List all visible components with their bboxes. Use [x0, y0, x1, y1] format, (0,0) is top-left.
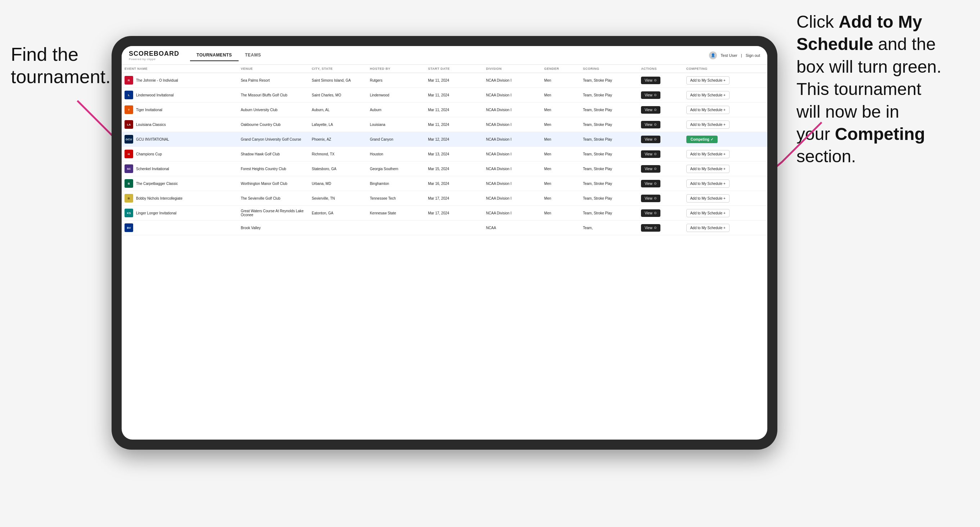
table-row: LA Louisiana Classics Oakbourne Country … — [122, 117, 767, 132]
event-name-text: The Carpetbagger Classic — [136, 182, 178, 186]
city-cell: Eatonton, GA — [309, 206, 367, 221]
scoring-cell: Team, Stroke Play — [580, 117, 638, 132]
add-schedule-button[interactable]: Add to My Schedule + — [686, 76, 730, 84]
gender-cell: Men — [541, 162, 580, 176]
sign-out-link[interactable]: Sign out — [746, 53, 760, 57]
tab-tournaments[interactable]: TOURNAMENTS — [190, 50, 239, 61]
team-logo: KS — [124, 209, 133, 217]
add-schedule-button[interactable]: Add to My Schedule + — [686, 150, 730, 158]
competing-button[interactable]: Competing ✓ — [686, 136, 718, 143]
scoring-cell: Team, Stroke Play — [580, 206, 638, 221]
scoring-cell: Team, Stroke Play — [580, 103, 638, 117]
view-button[interactable]: View ⊙ — [641, 180, 660, 187]
city-cell: Saint Charles, MO — [309, 88, 367, 103]
start-date-cell: Mar 16, 2024 — [425, 176, 483, 191]
view-button[interactable]: View ⊙ — [641, 150, 660, 158]
header-right: 👤 Test User | Sign out — [709, 51, 760, 59]
scoring-cell: Team, Stroke Play — [580, 176, 638, 191]
city-cell: Saint Simons Island, GA — [309, 73, 367, 88]
venue-cell: Forest Heights Country Club — [238, 162, 309, 176]
app-logo-sub: Powered by clippd — [129, 57, 179, 61]
view-icon: ⊙ — [654, 93, 657, 97]
table-row: R The Johnnie - O Individual Sea Palms R… — [122, 73, 767, 88]
col-header-competing: COMPETING — [683, 65, 767, 73]
view-button[interactable]: View ⊙ — [641, 91, 660, 99]
event-name-cell: L Lindenwood Invitational — [124, 90, 235, 99]
table-row: BV Brook ValleyNCAATeam,View ⊙Add to My … — [122, 221, 767, 235]
event-name-text: Champions Cup — [136, 152, 162, 156]
add-schedule-button[interactable]: Add to My Schedule + — [686, 121, 730, 129]
add-schedule-button[interactable]: Add to My Schedule + — [686, 194, 730, 203]
view-button[interactable]: View ⊙ — [641, 136, 660, 143]
gender-cell: Men — [541, 117, 580, 132]
scoring-cell: Team, Stroke Play — [580, 73, 638, 88]
division-cell: NCAA Division I — [483, 147, 541, 162]
view-button[interactable]: View ⊙ — [641, 224, 660, 232]
team-logo: B — [124, 194, 133, 203]
table-row: T Tiger Invitational Auburn University C… — [122, 103, 767, 117]
table-container: EVENT NAME VENUE CITY, STATE HOSTED BY S… — [122, 65, 767, 440]
venue-cell: Grand Canyon University Golf Course — [238, 132, 309, 147]
event-name-cell: B Bobby Nichols Intercollegiate — [124, 194, 235, 203]
add-schedule-button[interactable]: Add to My Schedule + — [686, 106, 730, 114]
table-row: KS Linger Longer Invitational Great Wate… — [122, 206, 767, 221]
start-date-cell: Mar 11, 2024 — [425, 117, 483, 132]
division-cell: NCAA Division I — [483, 103, 541, 117]
start-date-cell: Mar 15, 2024 — [425, 162, 483, 176]
hosted-cell: Houston — [367, 147, 425, 162]
division-cell: NCAA Division I — [483, 191, 541, 206]
col-header-gender: GENDER — [541, 65, 580, 73]
city-cell: Auburn, AL — [309, 103, 367, 117]
view-button[interactable]: View ⊙ — [641, 77, 660, 84]
view-icon: ⊙ — [654, 123, 657, 126]
add-schedule-button[interactable]: Add to My Schedule + — [686, 165, 730, 173]
gender-cell: Men — [541, 206, 580, 221]
venue-cell: Sea Palms Resort — [238, 73, 309, 88]
view-button[interactable]: View ⊙ — [641, 165, 660, 173]
view-button[interactable]: View ⊙ — [641, 210, 660, 217]
table-row: B The Carpetbagger Classic Worthington M… — [122, 176, 767, 191]
gender-cell: Men — [541, 73, 580, 88]
user-avatar-icon: 👤 — [709, 51, 717, 59]
team-logo: SC — [124, 164, 133, 173]
event-name-text: Louisiana Classics — [136, 123, 166, 127]
add-schedule-button[interactable]: Add to My Schedule + — [686, 224, 730, 232]
view-icon: ⊙ — [654, 78, 657, 82]
col-header-venue: VENUE — [238, 65, 309, 73]
view-button[interactable]: View ⊙ — [641, 195, 660, 202]
start-date-cell: Mar 11, 2024 — [425, 88, 483, 103]
view-button[interactable]: View ⊙ — [641, 106, 660, 114]
gender-cell: Men — [541, 132, 580, 147]
view-icon: ⊙ — [654, 167, 657, 170]
view-icon: ⊙ — [654, 197, 657, 200]
hosted-cell: Binghamton — [367, 176, 425, 191]
view-button[interactable]: View ⊙ — [641, 121, 660, 129]
view-icon: ⊙ — [654, 211, 657, 215]
app-header: SCOREBOARD Powered by clippd TOURNAMENTS… — [122, 46, 767, 65]
tournaments-table: EVENT NAME VENUE CITY, STATE HOSTED BY S… — [122, 65, 767, 235]
tab-teams[interactable]: TEAMS — [239, 50, 268, 61]
city-cell: Phoenix, AZ — [309, 132, 367, 147]
add-schedule-button[interactable]: Add to My Schedule + — [686, 91, 730, 99]
event-name-cell: KS Linger Longer Invitational — [124, 209, 235, 217]
start-date-cell: Mar 17, 2024 — [425, 206, 483, 221]
venue-cell: The Sevierville Golf Club — [238, 191, 309, 206]
team-logo: L — [124, 90, 133, 99]
venue-cell: Auburn University Club — [238, 103, 309, 117]
gender-cell: Men — [541, 191, 580, 206]
team-logo: B — [124, 179, 133, 188]
add-schedule-button[interactable]: Add to My Schedule + — [686, 179, 730, 188]
hosted-cell: Georgia Southern — [367, 162, 425, 176]
col-header-division: DIVISION — [483, 65, 541, 73]
add-schedule-button[interactable]: Add to My Schedule + — [686, 209, 730, 217]
scoring-cell: Team, Stroke Play — [580, 191, 638, 206]
hosted-cell: Rutgers — [367, 73, 425, 88]
start-date-cell: Mar 12, 2024 — [425, 132, 483, 147]
hosted-cell: Louisiana — [367, 117, 425, 132]
division-cell: NCAA Division I — [483, 162, 541, 176]
start-date-cell: Mar 13, 2024 — [425, 147, 483, 162]
team-logo: T — [124, 105, 133, 114]
app-logo: SCOREBOARD — [129, 50, 179, 57]
start-date-cell: Mar 11, 2024 — [425, 103, 483, 117]
hosted-cell: Auburn — [367, 103, 425, 117]
